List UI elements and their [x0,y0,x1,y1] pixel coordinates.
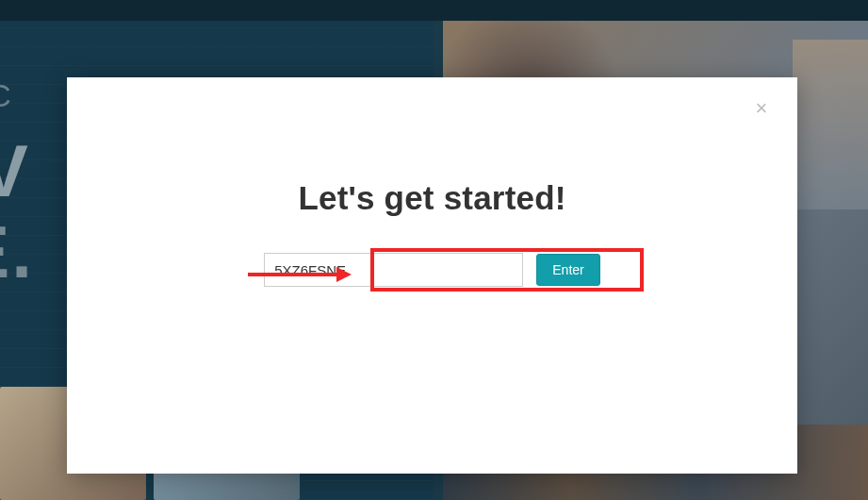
close-button[interactable]: × [752,98,771,117]
enter-button[interactable]: Enter [536,254,599,286]
close-icon: × [756,96,768,120]
code-entry-form: Enter [99,253,765,287]
modal-backdrop: × Let's get started! Enter [0,0,868,500]
modal-title: Let's get started! [99,179,765,217]
get-started-modal: × Let's get started! Enter [67,77,797,474]
code-input[interactable] [264,253,523,287]
